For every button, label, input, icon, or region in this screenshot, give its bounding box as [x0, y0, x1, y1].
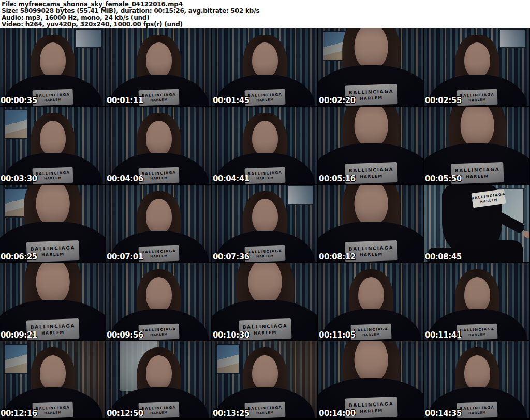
face: [464, 42, 490, 78]
video-frame-thumbnail: BALLINCIAGA HARLEM BALLINCIAGA HARLEM 00…: [212, 185, 317, 262]
clothing-label-line2: HARLEM: [150, 332, 167, 336]
clothing-label-line1: BALLINCIAGA: [460, 405, 494, 411]
person-silhouette: BALLINCIAGA HARLEM: [212, 263, 317, 340]
thumbnail-cell: BALLINCIAGA HARLEM BALLINCIAGA HARLEM 00…: [212, 107, 317, 184]
person-silhouette: BALLINCIAGA HARLEM: [424, 28, 529, 106]
thumbnail-timestamp: 00:12:50: [107, 409, 143, 418]
thumbnail-timestamp: 00:02:55: [425, 96, 462, 105]
thumbnail-timestamp: 00:00:35: [1, 96, 37, 105]
clothing-tag: BALLINCIAGA HARLEM: [32, 167, 73, 184]
video-frame-thumbnail: BALLINCIAGA HARLEM BALLINCIAGA HARLEM 00…: [0, 107, 105, 184]
thumbnail-cell: BALLINCIAGA HARLEM BALLINCIAGA HARLEM 00…: [106, 185, 211, 262]
thumbnail-timestamp: 00:08:12: [319, 252, 356, 262]
thumbnail-cell: BALLINCIAGA HARLEM BALLINCIAGA HARLEM 00…: [318, 107, 423, 184]
thumbnail-cell: BALLINCIAGA HARLEM BALLINCIAGA HARLEM 00…: [0, 341, 105, 418]
thumbnail-cell: BALLINCIAGA HARLEM BALLINCIAGA HARLEM 00…: [106, 263, 211, 340]
face: [354, 28, 388, 69]
thumbnail-grid: BALLINCIAGA HARLEM BALLINCIAGA HARLEM 00…: [0, 28, 530, 418]
clothing-label-line2: HARLEM: [359, 95, 382, 101]
video-frame-thumbnail: BALLINCIAGA HARLEM BALLINCIAGA HARLEM 00…: [318, 107, 423, 184]
video-frame-thumbnail: BALLINCIAGA HARLEM BALLINCIAGA HARLEM 00…: [106, 263, 211, 340]
thumbnail-cell: BALLINCIAGA HARLEM BALLINCIAGA HARLEM 00…: [318, 28, 423, 106]
clothing-label-line1: BALLINCIAGA: [242, 323, 287, 330]
person-silhouette: BALLINCIAGA HARLEM: [106, 263, 211, 340]
thumbnail-cell: BALLINCIAGA HARLEM BALLINCIAGA HARLEM 00…: [212, 185, 317, 262]
thumbnail-cell: BALLINCIAGA HARLEM BALLINCIAGA HARLEM 00…: [106, 107, 211, 184]
clothing-label-line1: BALLINCIAGA: [141, 405, 176, 411]
thumbnail-cell: BALLINCIAGA HARLEM BALLINCIAGA HARLEM 00…: [424, 185, 529, 262]
thumbnail-cell: BALLINCIAGA HARLEM BALLINCIAGA HARLEM 00…: [0, 107, 105, 184]
person-silhouette: BALLINCIAGA HARLEM: [0, 28, 105, 106]
clothing-label-line2: HARLEM: [253, 330, 276, 336]
thumbnail-cell: BALLINCIAGA HARLEM BALLINCIAGA HARLEM 00…: [212, 341, 317, 418]
clothing-label-line2: HARLEM: [359, 252, 382, 257]
clothing-label-line1: BALLINCIAGA: [35, 405, 70, 411]
thumbnail-timestamp: 00:03:30: [1, 174, 37, 183]
video-frame-thumbnail: BALLINCIAGA HARLEM BALLINCIAGA HARLEM 00…: [106, 28, 211, 106]
face: [464, 355, 490, 390]
video-frame-thumbnail: BALLINCIAGA HARLEM BALLINCIAGA HARLEM 00…: [424, 107, 529, 184]
clothing-tag: BALLINCIAGA HARLEM: [32, 89, 73, 106]
clothing-label-line2: HARLEM: [465, 173, 489, 179]
thumbnail-cell: BALLINCIAGA HARLEM BALLINCIAGA HARLEM 00…: [318, 263, 423, 340]
clothing-label-line2: HARLEM: [150, 254, 167, 258]
face: [36, 185, 69, 226]
thumbnail-timestamp: 00:01:45: [213, 96, 249, 105]
thumbnail-timestamp: 00:08:45: [425, 252, 462, 262]
clothing-label-line2: HARLEM: [150, 410, 167, 414]
face: [146, 121, 172, 156]
person-silhouette: BALLINCIAGA HARLEM: [212, 185, 317, 262]
clothing-tag: BALLINCIAGA HARLEM: [244, 245, 285, 262]
thumbnail-timestamp: 00:04:06: [107, 174, 143, 183]
video-frame-thumbnail: BALLINCIAGA HARLEM BALLINCIAGA HARLEM 00…: [424, 185, 529, 262]
clothing-label-line2: HARLEM: [359, 408, 382, 414]
person-silhouette: BALLINCIAGA HARLEM: [0, 185, 105, 262]
person-silhouette: BALLINCIAGA HARLEM: [424, 341, 529, 418]
video-frame-thumbnail: BALLINCIAGA HARLEM BALLINCIAGA HARLEM 00…: [106, 341, 211, 418]
video-frame-thumbnail: BALLINCIAGA HARLEM BALLINCIAGA HARLEM 00…: [318, 263, 423, 340]
person-silhouette: BALLINCIAGA HARLEM: [318, 107, 423, 184]
clothing-label-line1: BALLINCIAGA: [247, 249, 282, 254]
person-silhouette: BALLINCIAGA HARLEM: [212, 107, 317, 184]
clothing-label-line1: BALLINCIAGA: [454, 167, 499, 173]
face: [40, 355, 66, 390]
thumbnail-cell: BALLINCIAGA HARLEM BALLINCIAGA HARLEM 00…: [318, 341, 423, 418]
person-silhouette: BALLINCIAGA HARLEM: [0, 107, 105, 184]
clothing-label-line1: BALLINCIAGA: [30, 323, 75, 330]
thumbnail-cell: BALLINCIAGA HARLEM BALLINCIAGA HARLEM 00…: [212, 28, 317, 106]
clothing-label-line2: HARLEM: [41, 330, 64, 336]
clothing-tag: BALLINCIAGA HARLEM: [244, 167, 285, 184]
clothing-label-line1: BALLINCIAGA: [247, 405, 282, 411]
thumbnail-cell: BALLINCIAGA HARLEM BALLINCIAGA HARLEM 00…: [424, 341, 529, 418]
person-silhouette: BALLINCIAGA HARLEM: [212, 28, 317, 106]
clothing-label-line2: HARLEM: [468, 410, 485, 414]
clothing-label-line2: HARLEM: [256, 176, 273, 180]
thumbnail-timestamp: 00:05:16: [319, 174, 356, 183]
person-silhouette: BALLINCIAGA HARLEM: [318, 341, 423, 418]
clothing-label-line1: BALLINCIAGA: [141, 171, 176, 176]
thumbnail-timestamp: 00:14:00: [319, 409, 356, 418]
clothing-tag: BALLINCIAGA HARLEM: [138, 245, 179, 262]
clothing-tag: BALLINCIAGA HARLEM: [138, 167, 179, 184]
face: [252, 42, 278, 78]
person-silhouette: BALLINCIAGA HARLEM: [106, 107, 211, 184]
clothing-label-line1: BALLINCIAGA: [460, 327, 494, 332]
clothing-label-line1: BALLINCIAGA: [247, 93, 282, 98]
thumbnail-cell: BALLINCIAGA HARLEM BALLINCIAGA HARLEM 00…: [106, 341, 211, 418]
clothing-tag: BALLINCIAGA HARLEM: [350, 324, 391, 340]
face: [460, 107, 494, 148]
clothing-label-line1: BALLINCIAGA: [35, 93, 70, 98]
clothing-label-line2: HARLEM: [256, 254, 273, 258]
thumbnail-cell: BALLINCIAGA HARLEM BALLINCIAGA HARLEM 00…: [318, 185, 423, 262]
clothing-label-line2: HARLEM: [359, 173, 382, 179]
clothing-label-line2: HARLEM: [256, 410, 273, 414]
person-silhouette: BALLINCIAGA HARLEM: [212, 341, 317, 418]
video-frame-thumbnail: BALLINCIAGA HARLEM BALLINCIAGA HARLEM 00…: [212, 28, 317, 106]
video-frame-thumbnail: BALLINCIAGA HARLEM BALLINCIAGA HARLEM 00…: [212, 341, 317, 418]
face: [358, 277, 384, 312]
face: [464, 277, 490, 312]
video-frame-thumbnail: BALLINCIAGA HARLEM BALLINCIAGA HARLEM 00…: [0, 28, 105, 106]
clothing-label-line1: BALLINCIAGA: [35, 171, 70, 176]
face: [252, 121, 278, 156]
video-frame-thumbnail: BALLINCIAGA HARLEM BALLINCIAGA HARLEM 00…: [318, 341, 423, 418]
